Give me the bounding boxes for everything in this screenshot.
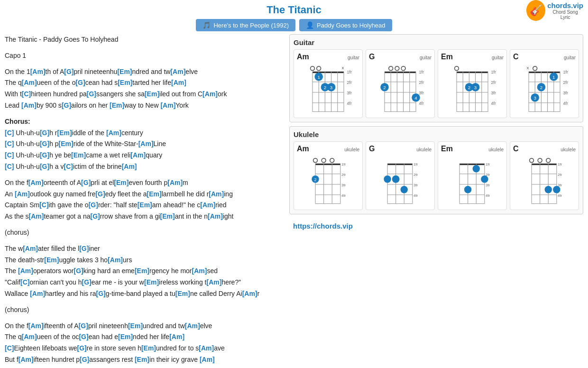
chord-g[interactable]: [G]: [75, 79, 85, 86]
chord-em[interactable]: [Em]: [135, 356, 149, 363]
chord-am[interactable]: [Am]: [200, 356, 215, 363]
chord-g[interactable]: [G]: [40, 163, 49, 170]
chord-g[interactable]: [G]: [87, 90, 96, 98]
chord-type-am-uke: ukulele: [344, 147, 359, 152]
chord-c[interactable]: [C]: [22, 90, 31, 98]
chord-g[interactable]: [G]: [40, 140, 49, 147]
chord-em[interactable]: [Em]: [118, 79, 132, 86]
chord-card-am-guitar: Am guitar: [294, 49, 363, 118]
chord-g[interactable]: [G]: [89, 201, 98, 209]
svg-text:3fr: 3fr: [413, 183, 418, 187]
chord-am[interactable]: [Am]: [138, 140, 154, 147]
svg-text:1fr: 1fr: [413, 162, 418, 166]
chord-am[interactable]: [Am]: [29, 212, 44, 220]
chord-g[interactable]: [G]: [62, 101, 71, 109]
chord-g[interactable]: [G]: [81, 179, 91, 186]
chords-url: https://chords.vip: [289, 218, 583, 232]
chord-am[interactable]: [Am]: [22, 333, 37, 340]
chord-am[interactable]: [Am]: [28, 322, 44, 330]
chord-g[interactable]: [G]: [91, 212, 100, 220]
chord-am[interactable]: [Am]: [185, 322, 200, 330]
chord-am[interactable]: [Am]: [206, 278, 221, 286]
chord-am[interactable]: [Am]: [28, 179, 44, 186]
chord-g[interactable]: [G]: [79, 333, 88, 340]
chord-am[interactable]: [Am]: [209, 190, 224, 198]
chord-type-g: guitar: [420, 55, 432, 60]
chord-g[interactable]: [G]: [96, 290, 105, 297]
chord-em[interactable]: [Em]: [147, 190, 162, 198]
svg-text:1fr: 1fr: [341, 162, 346, 166]
chord-c[interactable]: [C]: [20, 278, 29, 286]
chord-am[interactable]: [Am]: [208, 212, 223, 220]
chord-g[interactable]: [G]: [95, 190, 105, 198]
page-title: The Titanic: [0, 4, 588, 16]
chord-em[interactable]: [Em]: [145, 90, 159, 98]
chord-c[interactable]: [C]: [39, 201, 48, 209]
chord-c[interactable]: [C]: [5, 129, 14, 137]
chord-am[interactable]: [Am]: [160, 101, 175, 109]
chord-g[interactable]: [G]: [64, 68, 74, 75]
chord-am[interactable]: [Am]: [202, 90, 218, 98]
chord-am[interactable]: [Am]: [167, 179, 183, 186]
chord-g[interactable]: [G]: [80, 356, 89, 363]
chord-em[interactable]: [Em]: [175, 290, 190, 297]
chord-c[interactable]: [C]: [5, 140, 14, 147]
c-guitar-diagram: 1fr 2fr 3fr 4fr x 1 2: [518, 62, 570, 114]
chord-em[interactable]: [Em]: [141, 344, 156, 352]
chord-g[interactable]: [G]: [40, 129, 49, 137]
chord-g[interactable]: [G]: [79, 245, 89, 252]
chord-em[interactable]: [Em]: [110, 101, 124, 109]
chord-am[interactable]: [Am]: [106, 129, 121, 137]
chord-am[interactable]: [Am]: [192, 267, 207, 275]
chord-g[interactable]: [G]: [40, 151, 49, 159]
chord-am[interactable]: [Am]: [15, 190, 30, 198]
chord-em[interactable]: [Em]: [128, 322, 143, 330]
chord-c[interactable]: [C]: [5, 163, 14, 170]
svg-point-139: [464, 186, 471, 193]
svg-text:2: 2: [540, 85, 543, 90]
chord-name-am: Am: [297, 53, 309, 61]
svg-point-122: [384, 175, 391, 183]
chord-em[interactable]: [Em]: [117, 68, 132, 75]
chord-g[interactable]: [G]: [82, 278, 92, 286]
chord-em[interactable]: [Em]: [71, 151, 86, 159]
chord-g[interactable]: [G]: [74, 267, 83, 275]
chord-em[interactable]: [Em]: [59, 140, 74, 147]
chord-am[interactable]: [Am]: [22, 79, 37, 86]
chord-am[interactable]: [Am]: [171, 79, 186, 86]
chord-am[interactable]: [Am]: [108, 256, 123, 264]
chord-am[interactable]: [Am]: [122, 163, 137, 170]
chord-am[interactable]: [Am]: [199, 344, 214, 352]
chord-am[interactable]: [Am]: [30, 290, 45, 297]
chord-am[interactable]: [Am]: [21, 101, 37, 109]
chord-am[interactable]: [Am]: [30, 68, 46, 75]
chord-c[interactable]: [C]: [5, 151, 14, 159]
album-button-2-label: Paddy Goes to Holyhead: [317, 22, 386, 29]
chord-name-c: C: [513, 53, 519, 61]
chord-g[interactable]: [G]: [77, 344, 87, 352]
chord-c[interactable]: [C]: [64, 163, 73, 170]
chord-em[interactable]: [Em]: [57, 129, 72, 137]
chord-am[interactable]: [Am]: [200, 201, 215, 209]
chord-em[interactable]: [Em]: [44, 256, 59, 264]
chord-em[interactable]: [Em]: [114, 179, 129, 186]
chord-c[interactable]: [C]: [5, 344, 14, 352]
chord-em[interactable]: [Em]: [160, 212, 175, 220]
album-button-1[interactable]: 🎵 Here's to the People (1992): [196, 19, 295, 31]
chord-am[interactable]: [Am]: [18, 356, 34, 363]
svg-text:1: 1: [317, 74, 320, 80]
am-ukulele-diagram: 1fr 2fr 3fr 4fr 2: [304, 154, 352, 206]
chord-g[interactable]: [G]: [79, 322, 88, 330]
chord-em[interactable]: [Em]: [118, 333, 133, 340]
chord-am[interactable]: [Am]: [170, 68, 185, 75]
chord-em[interactable]: [Em]: [135, 267, 149, 275]
chord-em[interactable]: [Em]: [144, 278, 159, 286]
album-button-2[interactable]: 👤 Paddy Goes to Holyhead: [299, 19, 392, 31]
ukulele-section: Ukulele Am ukulele: [289, 126, 583, 214]
chord-am[interactable]: [Am]: [18, 267, 33, 275]
chord-em[interactable]: [Em]: [138, 201, 152, 209]
chord-am[interactable]: [Am]: [23, 245, 38, 252]
chord-am[interactable]: [Am]: [242, 290, 257, 297]
chord-am[interactable]: [Am]: [169, 333, 184, 340]
chord-am[interactable]: [Am]: [130, 151, 146, 159]
